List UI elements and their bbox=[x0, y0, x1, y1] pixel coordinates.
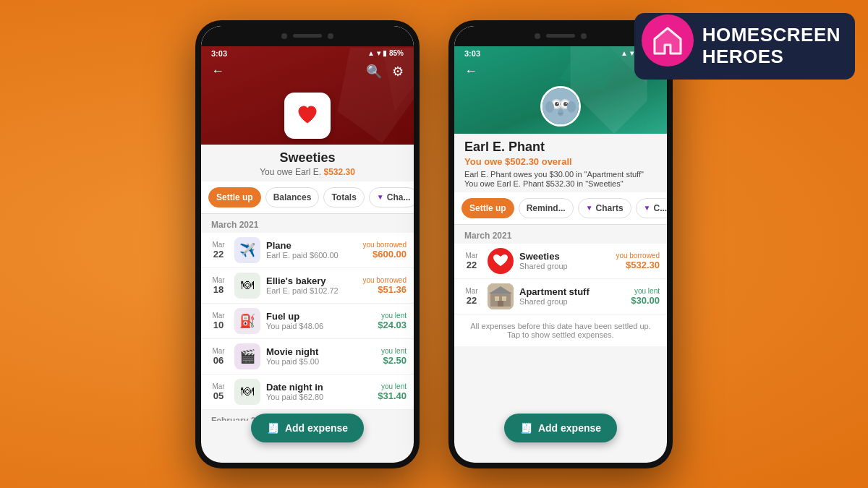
avatar-image bbox=[542, 88, 579, 124]
phone1-tab-bar: Settle up Balances Totals ▼Cha... bbox=[201, 181, 414, 214]
phone1-owe-label: You owe Earl E. bbox=[260, 167, 321, 177]
svg-rect-22 bbox=[495, 296, 499, 301]
expense-amount-movie: you lent $2.50 bbox=[381, 347, 407, 366]
phone2-detail2: You owe Earl E. Phant $532.30 in "Sweeti… bbox=[454, 179, 667, 192]
svg-marker-26 bbox=[655, 28, 681, 53]
homescreen-heroes-badge: HOMESCREEN HEROES bbox=[634, 13, 855, 80]
apartment-svg bbox=[488, 283, 514, 309]
phone2-expense-list: Mar 22 Sweeties Shared group you borrowe… bbox=[454, 244, 667, 421]
phone2-add-expense-button[interactable]: 🧾 Add expense bbox=[504, 414, 617, 442]
phone2-back-button[interactable]: ← bbox=[464, 64, 477, 79]
phone2-tab-more[interactable]: ▼C... bbox=[636, 198, 667, 218]
phone1-month-march: March 2021 bbox=[201, 214, 414, 233]
svg-point-14 bbox=[566, 103, 567, 104]
expense-amount-plane: you borrowed $600.00 bbox=[362, 241, 407, 260]
diamond-icon1: ▼ bbox=[377, 193, 384, 201]
expense-date-movie: Mar 06 bbox=[208, 347, 229, 366]
phone2-tab-settle[interactable]: Settle up bbox=[461, 198, 514, 218]
expense-date-sweeties: Mar 22 bbox=[461, 252, 482, 270]
phone2-wifi-icon: ▾ bbox=[630, 49, 634, 57]
expense-amount-apartment: you lent $30.00 bbox=[631, 287, 660, 306]
expense-row-movie: Mar 06 🎬 Movie night You paid $5.00 you … bbox=[201, 339, 414, 374]
expense-info-fuel: Fuel up You paid $48.06 bbox=[266, 311, 372, 330]
phone2-camera-dot2 bbox=[581, 33, 587, 39]
battery-pct: 85% bbox=[389, 49, 404, 57]
phone2-receipt-icon: 🧾 bbox=[520, 422, 532, 434]
expense-info-sweeties: Sweeties Shared group bbox=[519, 251, 610, 270]
svg-point-17 bbox=[567, 101, 576, 113]
expense-info-datenight: Date night in You paid $62.80 bbox=[266, 382, 372, 401]
phone2-time: 3:03 bbox=[464, 49, 480, 58]
datenight-icon: 🍽 bbox=[234, 379, 260, 405]
phone2-detail1: Earl E. Phant owes you $30.00 in "Apartm… bbox=[454, 170, 667, 179]
diamond-icon3: ▼ bbox=[644, 204, 651, 212]
expense-amount-datenight: you lent $31.40 bbox=[378, 382, 407, 401]
svg-rect-24 bbox=[498, 301, 503, 307]
badge-line1: HOMESCREEN bbox=[702, 25, 841, 46]
earl-avatar-svg bbox=[542, 88, 579, 124]
expense-date-apartment: Mar 22 bbox=[461, 287, 482, 306]
phone1-avatar-area bbox=[201, 84, 414, 145]
phone1-tab-settle[interactable]: Settle up bbox=[208, 187, 261, 207]
phone2-tab-remind[interactable]: Remind... bbox=[519, 198, 574, 218]
phone1-back-button[interactable]: ← bbox=[211, 64, 224, 79]
phone2-add-expense-label: Add expense bbox=[538, 422, 601, 434]
expense-info-movie: Movie night You paid $5.00 bbox=[266, 346, 375, 366]
house-icon bbox=[652, 25, 684, 56]
phone2-month-march: March 2021 bbox=[454, 225, 667, 244]
phone1-add-expense-button[interactable]: 🧾 Add expense bbox=[251, 414, 364, 442]
phone2-signal-icon: ▲ bbox=[621, 49, 628, 57]
phone1-add-expense-label: Add expense bbox=[285, 422, 348, 434]
movie-icon: 🎬 bbox=[234, 343, 260, 369]
expense-row-bakery: Mar 18 🍽 Ellie's bakery Earl E. paid $10… bbox=[201, 268, 414, 304]
phone1-settings-button[interactable]: ⚙ bbox=[392, 64, 404, 80]
expense-row-datenight: Mar 05 🍽 Date night in You paid $62.80 y… bbox=[201, 374, 414, 410]
phone2-avatar-area bbox=[454, 83, 667, 134]
expense-amount-sweeties: you borrowed $532.30 bbox=[616, 252, 660, 270]
expense-row-sweeties: Mar 22 Sweeties Shared group you borrowe… bbox=[454, 244, 667, 279]
diamond-icon2: ▼ bbox=[586, 204, 593, 212]
wifi-icon: ▾ bbox=[377, 49, 380, 57]
phone2-camera-dot bbox=[535, 33, 540, 39]
expense-date-datenight: Mar 05 bbox=[208, 382, 229, 401]
svg-point-12 bbox=[563, 102, 568, 106]
phone1-tab-balances[interactable]: Balances bbox=[265, 187, 320, 207]
phone1-owe-text: You owe Earl E. $532.30 bbox=[201, 167, 414, 181]
expense-amount-bakery: you borrowed $51.36 bbox=[362, 276, 407, 295]
phone1-expense-list: Mar 22 ✈️ Plane Earl E. paid $600.00 you… bbox=[201, 233, 414, 421]
phone1-app-header: ← 🔍 ⚙ bbox=[201, 59, 414, 84]
heart-icon bbox=[293, 101, 322, 130]
expense-row-apartment: Mar 22 Apartment bbox=[454, 279, 667, 314]
expense-info-plane: Plane Earl E. paid $600.00 bbox=[266, 240, 357, 260]
svg-point-11 bbox=[555, 102, 559, 106]
heart-svg bbox=[493, 254, 509, 268]
speaker bbox=[293, 34, 322, 38]
svg-rect-23 bbox=[502, 296, 506, 301]
phone2-overall-owe: You owe $502.30 overall bbox=[454, 156, 667, 170]
phone1: 3:03 ▲ ▾ ▮ 85% ← 🔍 ⚙ bbox=[195, 20, 420, 468]
scene: 3:03 ▲ ▾ ▮ 85% ← 🔍 ⚙ bbox=[0, 0, 868, 488]
apartment-icon bbox=[488, 283, 514, 309]
svg-point-13 bbox=[557, 103, 558, 104]
phone1-group-avatar bbox=[284, 93, 331, 139]
phone1-status-bar: 3:03 ▲ ▾ ▮ 85% bbox=[201, 46, 414, 59]
phone1-tab-totals[interactable]: Totals bbox=[323, 187, 364, 207]
badge-line2: HEROES bbox=[702, 46, 841, 68]
badge-logo bbox=[642, 14, 694, 67]
phone2-tab-charts[interactable]: ▼Charts bbox=[578, 198, 631, 218]
phone1-search-button[interactable]: 🔍 bbox=[366, 64, 382, 80]
receipt-icon: 🧾 bbox=[267, 422, 279, 434]
phone2-settled-note: All expenses before this date have been … bbox=[454, 314, 667, 346]
phone1-tab-charts[interactable]: ▼Cha... bbox=[369, 187, 414, 207]
expense-row-plane: Mar 22 ✈️ Plane Earl E. paid $600.00 you… bbox=[201, 233, 414, 268]
phone2-person-avatar bbox=[540, 86, 581, 127]
phone2-person-details: Earl E. Phant You owe $502.30 overall Ea… bbox=[454, 134, 667, 192]
battery-icon: ▮ bbox=[383, 49, 387, 57]
plane-icon: ✈️ bbox=[234, 237, 260, 263]
expense-date-bakery: Mar 18 bbox=[208, 276, 229, 295]
phone1-header-actions: 🔍 ⚙ bbox=[366, 64, 404, 80]
phone2-speaker bbox=[546, 34, 575, 38]
camera-dot2 bbox=[328, 33, 333, 39]
sweeties-heart-icon bbox=[488, 248, 514, 274]
phone1-group-name: Sweeties bbox=[201, 145, 414, 167]
